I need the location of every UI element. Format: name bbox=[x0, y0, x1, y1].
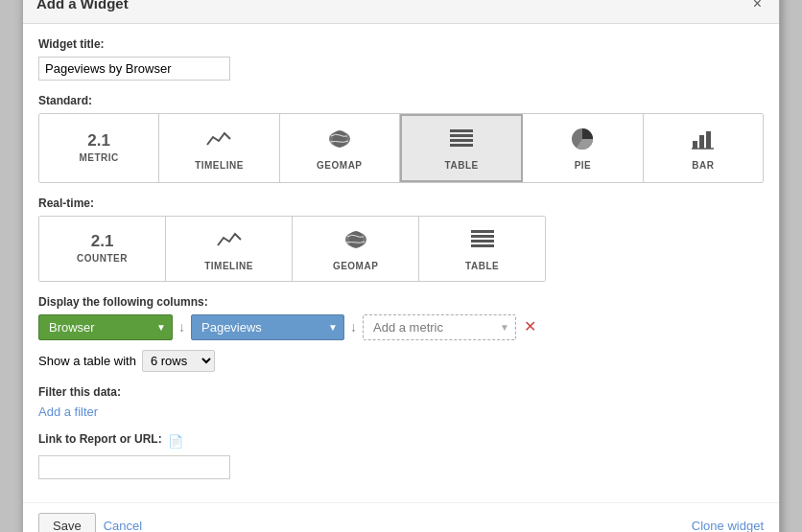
footer-left: Save Cancel bbox=[38, 513, 142, 533]
svg-rect-2 bbox=[450, 134, 473, 137]
metric-number: 2.1 bbox=[87, 132, 110, 149]
close-button[interactable]: × bbox=[749, 0, 766, 13]
rt-geomap-label: GEOMAP bbox=[333, 261, 378, 271]
link-label: Link to Report or URL: bbox=[38, 432, 162, 446]
dialog-footer: Save Cancel Clone widget bbox=[23, 502, 779, 533]
metric-sort-arrow[interactable]: ↓ bbox=[350, 319, 357, 335]
cancel-button[interactable]: Cancel bbox=[104, 519, 142, 533]
realtime-geomap-option[interactable]: GEOMAP bbox=[293, 217, 419, 281]
timeline-icon bbox=[205, 126, 232, 156]
counter-label: COUNTER bbox=[77, 253, 128, 264]
svg-rect-7 bbox=[699, 135, 704, 149]
svg-rect-14 bbox=[471, 244, 494, 247]
rt-timeline-icon bbox=[216, 226, 243, 257]
realtime-label: Real-time: bbox=[38, 197, 764, 210]
rows-select[interactable]: 1 rows 2 rows 3 rows 4 rows 5 rows 6 row… bbox=[142, 350, 215, 372]
rows-section: Show a table with 1 rows 2 rows 3 rows 4… bbox=[38, 350, 764, 372]
standard-geomap-option[interactable]: GEOMAP bbox=[280, 114, 400, 182]
link-section: Link to Report or URL: 📄 bbox=[38, 432, 764, 479]
realtime-section: Real-time: 2.1 COUNTER TI bbox=[38, 197, 764, 282]
realtime-table-option[interactable]: TABLE bbox=[419, 217, 545, 281]
filter-label: Filter this data: bbox=[38, 385, 764, 399]
dimension-sort-arrow[interactable]: ↓ bbox=[178, 319, 185, 335]
svg-rect-6 bbox=[693, 141, 697, 149]
widget-title-label: Widget title: bbox=[38, 37, 764, 51]
svg-rect-13 bbox=[471, 240, 494, 243]
standard-label: Standard: bbox=[38, 94, 764, 107]
svg-rect-1 bbox=[450, 129, 473, 132]
add-metric-dropdown[interactable]: Add a metric bbox=[363, 314, 516, 340]
table-icon bbox=[448, 126, 475, 156]
widget-title-section: Widget title: bbox=[38, 37, 764, 81]
standard-timeline-option[interactable]: TIMELINE bbox=[159, 114, 279, 182]
realtime-timeline-option[interactable]: TIMELINE bbox=[166, 217, 293, 281]
columns-section: Display the following columns: Browser ▼… bbox=[38, 295, 764, 340]
link-input[interactable] bbox=[38, 455, 230, 479]
clone-widget-button[interactable]: Clone widget bbox=[692, 519, 764, 533]
geomap-icon bbox=[326, 126, 353, 156]
svg-rect-11 bbox=[471, 230, 494, 233]
widget-title-input[interactable] bbox=[38, 57, 230, 81]
realtime-widget-grid: 2.1 COUNTER TIMELINE bbox=[38, 216, 546, 282]
standard-pie-option[interactable]: PIE bbox=[523, 114, 643, 182]
columns-row: Browser ▼ ↓ Pageviews ▼ ↓ bbox=[38, 314, 764, 340]
metric-dropdown-wrapper: Pageviews ▼ bbox=[191, 314, 344, 340]
save-button[interactable]: Save bbox=[38, 513, 96, 533]
dialog-header: Add a Widget × bbox=[23, 0, 779, 24]
standard-table-option[interactable]: TABLE bbox=[400, 114, 523, 182]
realtime-counter-option[interactable]: 2.1 COUNTER bbox=[39, 217, 166, 281]
add-metric-dropdown-wrapper: Add a metric ▼ bbox=[363, 314, 516, 340]
filter-section: Filter this data: Add a filter bbox=[38, 385, 764, 419]
metric-label: METRIC bbox=[79, 152, 118, 163]
dimension-dropdown-wrapper: Browser ▼ bbox=[38, 314, 173, 340]
pie-icon bbox=[569, 126, 596, 156]
svg-rect-8 bbox=[706, 131, 711, 149]
svg-rect-3 bbox=[450, 139, 473, 142]
dialog-title: Add a Widget bbox=[36, 0, 129, 12]
svg-rect-4 bbox=[450, 144, 473, 147]
rt-timeline-label: TIMELINE bbox=[204, 261, 253, 271]
dialog-overlay: Add a Widget × Widget title: Standard: 2… bbox=[0, 0, 802, 532]
metric-dropdown[interactable]: Pageviews bbox=[191, 314, 344, 340]
link-label-row: Link to Report or URL: 📄 bbox=[38, 432, 764, 451]
dimension-dropdown[interactable]: Browser bbox=[38, 314, 173, 340]
rt-geomap-icon bbox=[342, 226, 369, 257]
standard-section: Standard: 2.1 METRIC TIME bbox=[38, 94, 764, 183]
rows-prefix: Show a table with bbox=[38, 354, 136, 368]
counter-number: 2.1 bbox=[91, 233, 114, 249]
standard-metric-option[interactable]: 2.1 METRIC bbox=[39, 114, 159, 182]
bar-label: BAR bbox=[692, 160, 714, 171]
add-filter-link[interactable]: Add a filter bbox=[38, 405, 98, 419]
rt-table-label: TABLE bbox=[465, 261, 499, 271]
pie-label: PIE bbox=[575, 160, 592, 171]
remove-metric-button[interactable]: ✕ bbox=[522, 319, 538, 335]
rt-table-icon bbox=[469, 226, 496, 257]
timeline-label: TIMELINE bbox=[195, 160, 244, 171]
add-widget-dialog: Add a Widget × Widget title: Standard: 2… bbox=[22, 0, 780, 532]
bar-icon bbox=[690, 126, 717, 156]
columns-label: Display the following columns: bbox=[38, 295, 764, 309]
link-report-icon: 📄 bbox=[168, 434, 183, 449]
standard-bar-option[interactable]: BAR bbox=[644, 114, 763, 182]
svg-rect-12 bbox=[471, 235, 494, 238]
geomap-label: GEOMAP bbox=[317, 160, 362, 171]
table-label: TABLE bbox=[445, 160, 479, 171]
standard-widget-grid: 2.1 METRIC TIMELINE bbox=[38, 113, 764, 183]
dialog-body: Widget title: Standard: 2.1 METRIC bbox=[23, 24, 779, 502]
